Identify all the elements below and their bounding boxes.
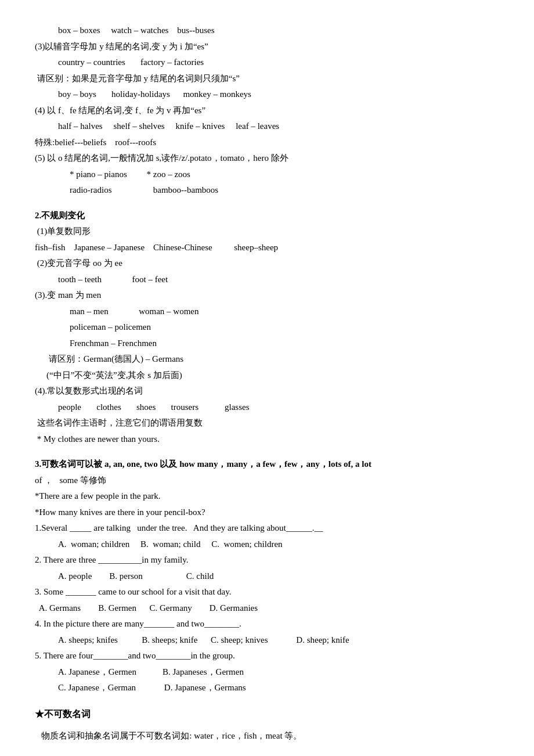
line-2: (3)以辅音字母加 y 结尾的名词,变 y 为 i 加“es” — [35, 39, 499, 55]
line-10: * piano – pianos * zoo – zoos — [70, 167, 499, 182]
line-18: (3).变 man 为 men — [35, 288, 499, 303]
line-7: half – halves shelf – shelves knife – kn… — [58, 119, 499, 134]
line-21: Frenchman – Frenchmen — [70, 336, 499, 351]
line-22: 请区别：German(德国人) – Germans — [46, 352, 499, 367]
line-19: man – men woman – women — [70, 304, 499, 319]
line-3: country – countries factory – factories — [58, 55, 499, 70]
line-47: 物质名词和抽象名词属于不可数名词如: water，rice，fish，meat … — [35, 729, 499, 744]
line-13: 2.不规则变化 — [35, 208, 499, 224]
line-37: 3. Some _______ came to our school for a… — [35, 585, 499, 600]
line-16: (2)变元音字母 oo 为 ee — [35, 256, 499, 271]
line-36: A. people B. person C. child — [58, 569, 499, 584]
line-38: A. Germans B. Germen C. Germany D. Germa… — [35, 601, 499, 616]
line-41: 5. There are four________and two________… — [35, 649, 499, 664]
line-31: *There are a few people in the park. — [35, 489, 499, 504]
line-25: people clothes shoes trousers glasses — [58, 400, 499, 415]
line-20: policeman – policemen — [70, 320, 499, 335]
line-4: 请区别：如果是元音字母加 y 结尾的名词则只须加“s” — [35, 71, 499, 87]
line-26: 这些名词作主语时，注意它们的谓语用复数 — [35, 416, 499, 431]
line-24: (4).常以复数形式出现的名词 — [35, 384, 499, 399]
line-40: A. sheeps; knifes B. sheeps; knife C. sh… — [58, 633, 499, 648]
line-11: radio-radios bamboo--bamboos — [70, 183, 499, 198]
line-1: box – boxes watch – watches bus--buses — [58, 23, 499, 38]
line-30: of ， some 等修饰 — [35, 473, 499, 488]
line-27: * My clothes are newer than yours. — [35, 432, 499, 447]
line-34: A. woman; children B. woman; child C. wo… — [58, 537, 499, 552]
line-39: 4. In the picture there are many_______ … — [35, 617, 499, 632]
line-23: (“中日”不变“英法”变,其余 s 加后面) — [46, 368, 499, 383]
line-35: 2. There are three __________in my famil… — [35, 553, 499, 568]
line-8: 特殊:belief---beliefs roof---roofs — [35, 135, 499, 150]
line-33: 1.Several _____ are talking under the tr… — [35, 521, 499, 536]
line-43: C. Japanese，German D. Japanese，Germans — [58, 681, 499, 696]
line-45: ★不可数名词 — [35, 706, 499, 722]
line-5: boy – boys holiday-holidays monkey – mon… — [58, 87, 499, 102]
line-29: 3.可数名词可以被 a, an, one, two 以及 how many，ma… — [35, 457, 499, 472]
line-17: tooth – teeth foot – feet — [58, 272, 499, 287]
line-32: *How many knives are there in your penci… — [35, 505, 499, 520]
line-42: A. Japanese，Germen B. Japaneses，Germen — [58, 665, 499, 680]
line-6: (4) 以 f、fe 结尾的名词,变 f、fe 为 v 再加“es” — [35, 103, 499, 118]
line-15: fish–fish Japanese – Japanese Chinese-Ch… — [35, 240, 499, 255]
line-14: (1)单复数同形 — [35, 224, 499, 239]
main-content: box – boxes watch – watches bus--buses (… — [35, 23, 499, 743]
line-9: (5) 以 o 结尾的名词,一般情况加 s,读作/z/.potato，tomat… — [35, 151, 499, 166]
